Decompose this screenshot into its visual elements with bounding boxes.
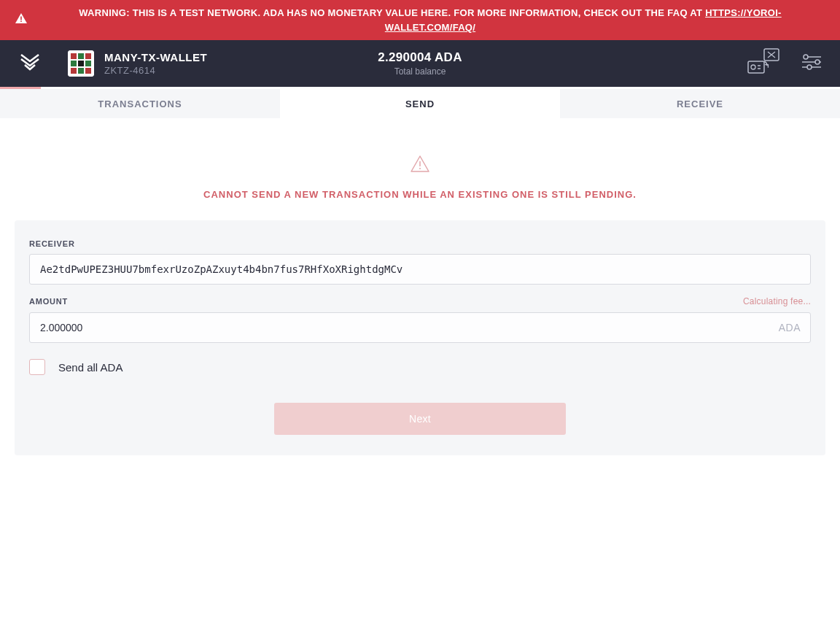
svg-rect-3 bbox=[71, 53, 77, 59]
svg-rect-9 bbox=[71, 68, 77, 74]
app-header: MANY-TX-WALLET ZKTZ-4614 2.290004 ADA To… bbox=[0, 40, 840, 87]
send-all-checkbox[interactable] bbox=[29, 359, 45, 375]
total-balance: 2.290004 ADA Total balance bbox=[378, 50, 462, 77]
receiver-input[interactable] bbox=[29, 254, 811, 285]
fee-status: Calculating fee... bbox=[743, 296, 811, 306]
amount-input[interactable] bbox=[29, 312, 811, 343]
hardware-wallet-icon[interactable] bbox=[747, 48, 780, 79]
svg-rect-11 bbox=[85, 68, 91, 74]
test-network-banner: WARNING: THIS IS A TEST NETWORK. ADA HAS… bbox=[0, 0, 840, 40]
receiver-label: RECEIVER bbox=[29, 239, 75, 248]
svg-rect-1 bbox=[20, 20, 22, 22]
amount-label: AMOUNT bbox=[29, 297, 68, 306]
yoroi-logo-icon[interactable] bbox=[18, 50, 42, 77]
svg-rect-0 bbox=[20, 16, 22, 20]
wallet-hash: ZKTZ-4614 bbox=[104, 65, 207, 76]
pending-tx-warning: CANNOT SEND A NEW TRANSACTION WHILE AN E… bbox=[15, 155, 825, 200]
send-content: CANNOT SEND A NEW TRANSACTION WHILE AN E… bbox=[0, 118, 840, 470]
sync-progress-bar bbox=[0, 87, 840, 89]
balance-label: Total balance bbox=[378, 66, 462, 77]
banner-prefix: WARNING: THIS IS A TEST NETWORK. ADA HAS… bbox=[79, 7, 705, 18]
wallet-info[interactable]: MANY-TX-WALLET ZKTZ-4614 bbox=[68, 50, 207, 77]
balance-amount: 2.290004 ADA bbox=[378, 50, 462, 65]
tab-receive[interactable]: RECEIVE bbox=[560, 89, 840, 118]
svg-rect-8 bbox=[78, 61, 84, 66]
pending-warning-text: CANNOT SEND A NEW TRANSACTION WHILE AN E… bbox=[15, 189, 825, 200]
svg-rect-10 bbox=[78, 68, 84, 74]
send-all-label: Send all ADA bbox=[58, 361, 122, 374]
svg-point-14 bbox=[751, 65, 755, 69]
svg-rect-7 bbox=[85, 61, 91, 66]
alert-icon bbox=[410, 155, 430, 176]
settings-icon[interactable] bbox=[801, 53, 822, 74]
wallet-name: MANY-TX-WALLET bbox=[104, 51, 207, 63]
next-button[interactable]: Next bbox=[274, 403, 566, 435]
svg-point-15 bbox=[804, 55, 808, 59]
wallet-tabs: TRANSACTIONS SEND RECEIVE bbox=[0, 89, 840, 118]
warning-icon bbox=[15, 12, 28, 28]
tab-transactions[interactable]: TRANSACTIONS bbox=[0, 89, 280, 118]
send-form: RECEIVER AMOUNT Calculating fee... ADA S… bbox=[15, 220, 825, 455]
amount-currency-suffix: ADA bbox=[779, 322, 801, 333]
svg-rect-6 bbox=[71, 61, 77, 66]
svg-rect-13 bbox=[748, 61, 764, 73]
banner-text: WARNING: THIS IS A TEST NETWORK. ADA HAS… bbox=[35, 6, 825, 34]
svg-rect-5 bbox=[78, 53, 84, 59]
tab-send[interactable]: SEND bbox=[280, 89, 560, 118]
svg-point-20 bbox=[807, 65, 812, 69]
svg-point-24 bbox=[419, 168, 421, 169]
svg-rect-4 bbox=[85, 53, 91, 59]
svg-point-17 bbox=[815, 60, 820, 64]
wallet-avatar-icon bbox=[68, 50, 94, 77]
